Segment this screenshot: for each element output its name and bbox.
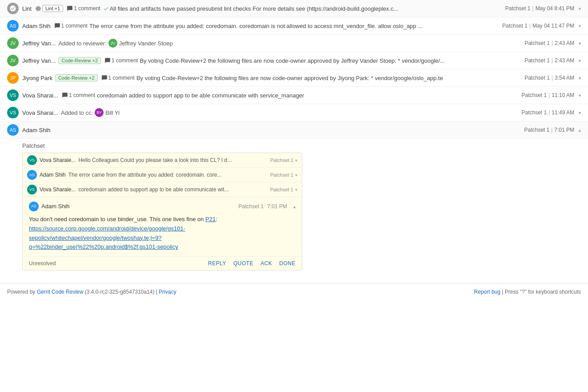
comment-card: VS Vova Sharaie... Hello Colleagues Coul… [22,153,302,271]
log-meta: Patchset 1 | May 04 8:41 PM ▾ [505,5,581,12]
chevron-down-icon[interactable]: ▾ [579,41,581,46]
chevron-down-icon[interactable]: ▾ [579,6,581,11]
comment-actions: Unresolved REPLY QUOTE ACK DONE [23,256,302,270]
chevron-down-icon[interactable]: ▾ [295,187,297,192]
powered-by-text: Powered by [7,289,35,295]
jeffrey-row-2[interactable]: JV Jeffrey Van... Code-Review +2 1 comme… [0,52,588,69]
sepolicy-link[interactable]: https://source.corp.google.com/android/d… [29,225,185,251]
vova-row-1[interactable]: VS Vova Sharai... 1 comment coredomain a… [0,87,588,104]
jiyong-row[interactable]: JP Jiyong Park Code-Review +2 1 comment … [0,69,588,87]
patchset-label: Patchset 1 [524,57,550,64]
comment-count: 1 comment [74,5,100,12]
footer-left: Powered by Gerrit Code Review (3.4.0-rc2… [7,289,176,295]
avatar: AS [29,202,39,211]
comment-author: Adam Shih [40,172,66,178]
chevron-down-icon[interactable]: ▾ [295,173,297,178]
vova-row-2[interactable]: VS Vova Sharai... Added to cc: BY Bill Y… [0,104,588,121]
quote-button[interactable]: QUOTE [233,260,253,267]
adam-row-1[interactable]: AS Adam Shih 1 comment The error came fr… [0,17,588,35]
comment-snippet: coredomain added to support app to be ab… [78,186,267,193]
timestamp: 2:43 AM [555,40,574,46]
log-content: By voting Code-Review+2 the following fi… [140,57,524,64]
cc-avatar: BY [95,108,104,117]
author-name: Adam Shih [22,23,51,29]
gerrit-link[interactable]: Gerrit Code Review [37,289,84,295]
chevron-down-icon[interactable]: ▾ [295,158,297,163]
main-container: Lint Lint +1 1 comment All files and art… [0,0,588,392]
comment-card-row-1[interactable]: VS Vova Sharaie... Hello Colleagues Coul… [23,153,302,168]
comment-patchset: Patchset 1 [270,158,293,163]
lint-row[interactable]: Lint Lint +1 1 comment All files and art… [0,0,588,17]
log-content: coredomain added to support app to be ab… [97,92,521,99]
adam-row-2[interactable]: AS Adam Shih Patchset 1 | 7:01 PM ▴ [0,121,588,139]
reviewer-name: Jeffrey Vander Stoep [119,40,173,47]
log-meta: Patchset 1 | 7:01 PM ▴ [524,127,581,133]
author-name: Jeffrey Van... [22,57,56,64]
comment-text: You don't need coredomain to use binder_… [29,215,296,252]
author-name: Lint [22,5,32,12]
chevron-up-icon[interactable]: ▴ [293,203,296,210]
author-name: Jiyong Park [22,75,52,81]
robot-icon [35,5,41,12]
avatar [7,3,19,14]
comment-card-row-3[interactable]: VS Vova Sharaie... coredomain added to s… [23,182,302,197]
comment-count: 1 comment [69,92,95,98]
log-meta: Patchset 1 | May 04 11:47 PM ▾ [502,23,581,29]
footer: Powered by Gerrit Code Review (3.4.0-rc2… [0,283,588,300]
expanded-comment-header: AS Adam Shih Patchset 1 7:01 PM ▴ [29,202,296,211]
comment-author: Vova Sharaie... [40,157,76,163]
message-icon [54,23,60,29]
patchset-label: Patchset 1 [521,109,547,116]
added-to-reviewer-text: Added to reviewer: [58,40,106,47]
log-meta: Patchset 1 | 3:54 AM ▾ [524,75,581,81]
log-content: All files and artifacts have passed pres… [110,5,505,12]
privacy-link[interactable]: Privacy [159,289,176,295]
done-button[interactable]: DONE [279,260,296,267]
patchset-section-label: Patchset [22,142,581,149]
chevron-down-icon[interactable]: ▾ [579,24,581,28]
ack-button[interactable]: ACK [260,260,272,267]
log-meta: Patchset 1 | 2:43 AM ▾ [524,40,581,46]
message-icon [67,5,73,12]
timestamp: 2:43 AM [555,57,574,64]
log-content: By voting Code-Review+2 the following fi… [136,75,524,81]
lint-badge: Lint +1 [42,5,63,12]
comment-snippet: The error came from the attribute you ad… [68,172,267,178]
comment-patchset: Patchset 1 [270,187,293,192]
author-name: Jeffrey Van... [22,40,56,47]
chevron-up-icon[interactable]: ▴ [579,128,581,133]
chevron-down-icon[interactable]: ▾ [579,93,581,98]
footer-right: Report bug | Press "?" for keyboard shor… [474,289,581,295]
p21-link[interactable]: P21 [205,216,216,222]
report-bug-link[interactable]: Report bug [474,289,500,295]
author-name: Adam Shih [22,127,51,133]
patchset-label: Patchset 1 [524,40,550,46]
comment-timestamp: 7:01 PM [267,202,287,210]
avatar: JP [7,72,19,84]
patchset-label: Patchset 1 [524,127,549,133]
expanded-meta: Patchset 1 7:01 PM ▴ [239,202,296,210]
chevron-down-icon[interactable]: ▾ [579,110,581,115]
timestamp: May 04 11:47 PM [532,23,574,29]
comment-card-row-2[interactable]: AS Adam Shih The error came from the att… [23,168,302,182]
reply-button[interactable]: REPLY [208,260,226,267]
author-name: Vova Sharai... [22,109,58,116]
timestamp: 3:54 AM [555,75,574,81]
avatar: AS [7,20,19,32]
jeffrey-row-1[interactable]: JV Jeffrey Van... Added to reviewer: JV … [0,35,588,52]
avatar: VS [7,89,19,101]
chevron-down-icon[interactable]: ▾ [579,76,581,81]
avatar: JV [7,55,19,66]
comment-patchset: Patchset 1 [270,172,293,178]
comment-author: Vova Sharaie... [40,186,76,193]
comment-count: 1 comment [112,57,138,64]
avatar: JV [7,37,19,49]
comment-count: 1 comment [108,75,135,81]
cr-badge: Code-Review +2 [55,74,98,81]
patchset-label: Patchset 1 [521,92,547,98]
unresolved-label: Unresolved [29,260,201,267]
reviewer-avatar: JV [108,39,117,48]
chevron-down-icon[interactable]: ▾ [579,58,581,63]
message-icon [101,75,108,81]
message-icon [62,92,68,98]
